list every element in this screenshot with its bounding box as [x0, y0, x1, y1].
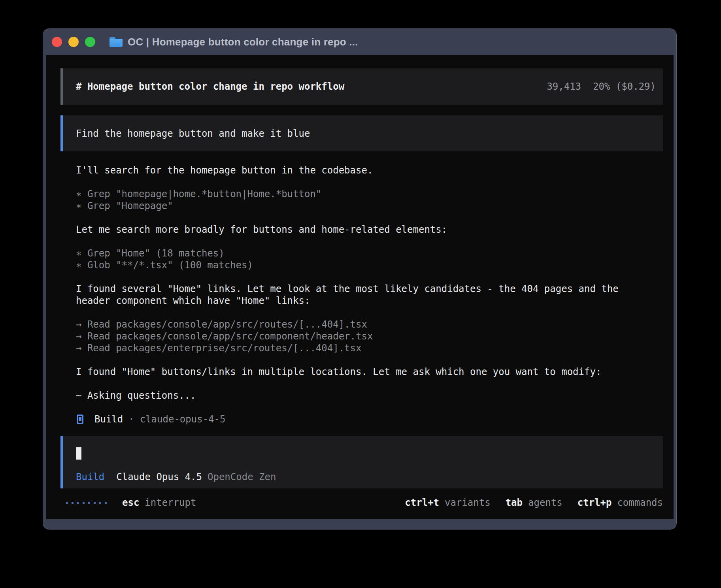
statusbar-right: ctrl+tvariantstabagentsctrl+pcommands [405, 497, 663, 508]
transcript: I'll search for the homepage button in t… [76, 164, 663, 413]
transcript-line: → Read packages/console/app/src/routes/[… [76, 318, 663, 330]
zoom-button[interactable] [85, 37, 95, 47]
transcript-line [76, 401, 663, 413]
close-button[interactable] [52, 37, 62, 47]
transcript-line [76, 307, 663, 318]
session-title: # Homepage button color change in repo w… [76, 81, 344, 92]
agent-name: Build [94, 414, 123, 425]
spinner-dot [83, 502, 85, 504]
input-provider-label: OpenCode Zen [208, 471, 276, 482]
transcript-line [76, 354, 663, 366]
transcript-line: ~ Asking questions... [76, 390, 663, 401]
statusbar-left: esc interrupt [60, 497, 196, 508]
hint-label: commands [617, 497, 663, 508]
model-row: Build Claude Opus 4.5 OpenCode Zen [76, 471, 656, 482]
transcript-line: I'll search for the homepage button in t… [76, 164, 663, 176]
hint-label: agents [528, 497, 562, 508]
terminal-window: OC | Homepage button color change in rep… [43, 28, 677, 530]
user-message-text: Find the homepage button and make it blu… [76, 128, 310, 139]
input-agent-label[interactable]: Build [76, 471, 104, 482]
folder-icon [109, 37, 123, 47]
hint-label: variants [445, 497, 491, 508]
input-model-label[interactable]: Claude Opus 4.5 [116, 471, 202, 482]
transcript-line: header component which have "Home" links… [76, 295, 663, 307]
agent-build-icon [77, 415, 83, 424]
spinner-dot [66, 502, 68, 504]
spinner-dot [77, 502, 79, 504]
token-count: 39,413 [547, 81, 581, 92]
transcript-line: ∗ Glob "**/*.tsx" (100 matches) [76, 259, 663, 271]
terminal-content: # Homepage button color change in repo w… [46, 55, 674, 519]
spinner-dot [94, 502, 96, 504]
hint-label: interrupt [145, 497, 196, 508]
transcript-line [76, 236, 663, 247]
spinner-dot [105, 502, 107, 504]
spinner-dot [72, 502, 74, 504]
session-header: # Homepage button color change in repo w… [60, 68, 663, 105]
transcript-line: ∗ Grep "homepage|home.*button|Home.*butt… [76, 188, 663, 200]
traffic-lights [52, 37, 95, 47]
hint-key: tab [506, 497, 523, 508]
agent-separator: · [128, 414, 134, 425]
hint-interrupt[interactable]: esc interrupt [122, 497, 196, 508]
hint-key: ctrl+p [578, 497, 612, 508]
window-title: OC | Homepage button color change in rep… [128, 36, 358, 48]
transcript-line [76, 271, 663, 283]
transcript-line [76, 176, 663, 188]
transcript-line: → Read packages/console/app/src/componen… [76, 330, 663, 342]
transcript-line: I found several "Home" links. Let me loo… [76, 283, 663, 295]
session-stats: 39,413 20% ($0.29) [547, 81, 656, 92]
minimize-button[interactable] [68, 37, 79, 47]
transcript-line: ∗ Grep "Homepage" [76, 200, 663, 212]
text-cursor [76, 447, 81, 460]
prompt-input[interactable]: Build Claude Opus 4.5 OpenCode Zen [60, 436, 663, 488]
hint-variants[interactable]: ctrl+tvariants [405, 497, 490, 508]
statusbar: esc interrupt ctrl+tvariantstabagentsctr… [60, 497, 663, 509]
agent-status-row: Build · claude-opus-4-5 [76, 413, 663, 425]
titlebar: OC | Homepage button color change in rep… [43, 29, 676, 55]
transcript-line [76, 378, 663, 390]
user-message: Find the homepage button and make it blu… [60, 115, 663, 151]
hint-agents[interactable]: tabagents [506, 497, 562, 508]
transcript-line: I found "Home" buttons/links in multiple… [76, 366, 663, 378]
context-usage: 20% ($0.29) [593, 81, 656, 92]
hint-commands[interactable]: ctrl+pcommands [578, 497, 663, 508]
transcript-line: → Read packages/enterprise/src/routes/[.… [76, 342, 663, 354]
transcript-line: Let me search more broadly for buttons a… [76, 224, 663, 236]
spinner-icon [66, 502, 107, 504]
spinner-dot [99, 502, 101, 504]
hint-key: esc [122, 497, 139, 508]
agent-model: claude-opus-4-5 [140, 414, 226, 425]
hint-key: ctrl+t [405, 497, 439, 508]
spinner-dot [88, 502, 90, 504]
transcript-line [76, 212, 663, 224]
transcript-line: ∗ Grep "Home" (18 matches) [76, 247, 663, 259]
